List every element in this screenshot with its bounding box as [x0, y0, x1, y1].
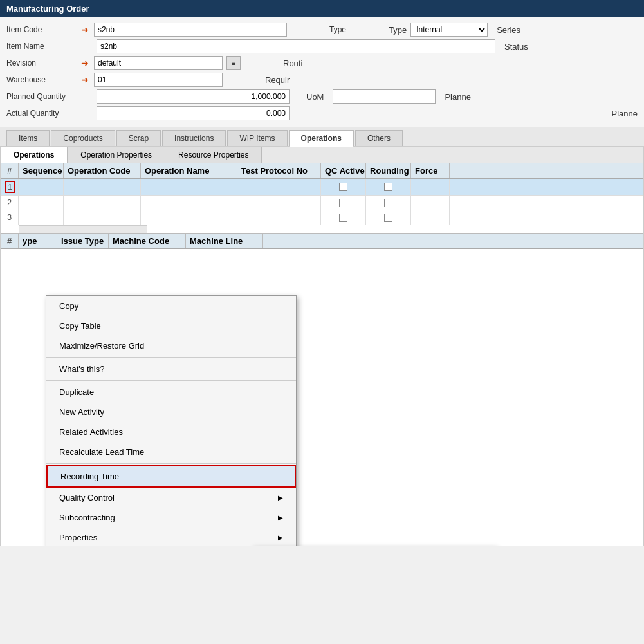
context-menu-recording-time-label: Recording Time	[60, 472, 119, 481]
form-area: Item Code ➜ Type Type Internal Series It…	[0, 17, 644, 127]
context-menu-recalculate-lead-time[interactable]: Recalculate Lead Time	[46, 442, 296, 462]
tab-scrap[interactable]: Scrap	[116, 130, 161, 146]
subcontracting-arrow-icon: ▶	[278, 514, 283, 521]
context-menu-subcontracting-label: Subcontracting	[59, 513, 115, 522]
type-label-text: Type	[389, 25, 407, 35]
actual-qty-input[interactable]	[97, 106, 290, 120]
tabs-bar: Items Coproducts Scrap Instructions WIP …	[0, 127, 644, 147]
main-content: Operations Operation Properties Resource…	[0, 147, 644, 546]
warehouse-label: Warehouse	[6, 75, 77, 84]
row-1-op-name	[141, 179, 237, 195]
horizontal-scrollbar[interactable]	[19, 225, 147, 233]
warehouse-input[interactable]	[94, 73, 223, 87]
routing-label: Routi	[283, 59, 302, 68]
context-menu-related-activities[interactable]: Related Activities	[46, 422, 296, 442]
tab-instructions[interactable]: Instructions	[162, 130, 226, 146]
row-1-op-code	[64, 179, 141, 195]
planned-label3: Planne	[612, 109, 638, 118]
item-name-row: Item Name Status	[6, 39, 638, 53]
context-menu-properties-label: Properties	[59, 533, 97, 542]
context-menu-subcontracting[interactable]: Subcontracting ▶	[46, 508, 296, 528]
row-1-qc-active[interactable]	[321, 179, 366, 195]
row-2-op-code	[64, 196, 141, 210]
tab-operations[interactable]: Operations	[289, 130, 354, 147]
sub-tabs-bar: Operations Operation Properties Resource…	[1, 147, 643, 163]
revision-browse-button[interactable]: ≡	[226, 56, 241, 70]
col-header-num: #	[1, 163, 19, 178]
planned-label2: Planne	[445, 92, 470, 102]
context-menu-copy-table[interactable]: Copy Table	[46, 316, 296, 336]
require-label: Requir	[265, 75, 290, 85]
uom-label: UoM	[306, 92, 324, 102]
sub-tab-operations[interactable]: Operations	[1, 147, 68, 163]
title-bar: Manufacturing Order	[0, 0, 644, 17]
grid-header: # Sequence Operation Code Operation Name…	[1, 163, 643, 179]
tab-others[interactable]: Others	[355, 130, 403, 146]
uom-input[interactable]	[333, 89, 436, 104]
row-3-qc-active[interactable]	[321, 210, 366, 225]
lower-col-num: #	[1, 234, 19, 248]
table-row: 3	[1, 210, 643, 225]
quality-control-arrow-icon: ▶	[278, 494, 283, 501]
row-3-num: 3	[1, 210, 19, 225]
item-code-row: Item Code ➜ Type Type Internal Series	[6, 23, 638, 37]
row-1-rounding[interactable]	[366, 179, 411, 195]
tab-items[interactable]: Items	[6, 130, 50, 146]
revision-input[interactable]	[94, 56, 223, 70]
context-menu-properties[interactable]: Properties ▶	[46, 528, 296, 546]
planned-qty-row: Planned Quantity UoM Planne	[6, 89, 638, 104]
row-1-seq	[19, 179, 64, 195]
context-menu-copy[interactable]: Copy	[46, 296, 296, 316]
context-menu-duplicate-label: Duplicate	[59, 387, 94, 397]
context-menu-copy-label: Copy	[59, 301, 78, 311]
lower-col-issue-type: Issue Type	[57, 234, 109, 248]
row-2-op-name	[141, 196, 237, 210]
item-name-input[interactable]	[97, 39, 495, 53]
context-menu-whats-this[interactable]: What's this?	[46, 359, 296, 379]
context-menu-separator-3	[46, 463, 296, 464]
row-2-qc-active[interactable]	[321, 196, 366, 210]
row-2-seq	[19, 196, 64, 210]
item-name-label: Item Name	[6, 42, 77, 51]
row-3-op-name	[141, 210, 237, 225]
title-text: Manufacturing Order	[6, 4, 89, 14]
context-menu-recording-time[interactable]: Recording Time	[46, 465, 296, 488]
row-3-rounding[interactable]	[366, 210, 411, 225]
tab-wip-items[interactable]: WIP Items	[227, 130, 287, 146]
row-1-num: 1	[1, 179, 19, 195]
item-code-label: Item Code	[6, 25, 77, 34]
context-menu-copy-table-label: Copy Table	[59, 321, 101, 331]
lower-col-type: ype	[19, 234, 57, 248]
type-select[interactable]: Internal	[410, 23, 488, 37]
row-3-test-proto	[237, 210, 321, 225]
revision-row: Revision ➜ ≡ Routi	[6, 56, 638, 70]
lower-col-machine-line: Machine Line	[186, 234, 263, 248]
sub-tab-operation-properties[interactable]: Operation Properties	[68, 147, 165, 163]
row-num-box: 1	[5, 181, 15, 193]
context-menu-new-activity[interactable]: New Activity	[46, 402, 296, 422]
row-2-rounding[interactable]	[366, 196, 411, 210]
actual-qty-label: Actual Quantity	[6, 109, 77, 118]
series-label: Series	[497, 25, 520, 35]
sub-tab-resource-properties[interactable]: Resource Properties	[165, 147, 262, 163]
context-menu-quality-control[interactable]: Quality Control ▶	[46, 488, 296, 508]
context-menu-separator-1	[46, 357, 296, 358]
row-1-rounding-checkbox	[384, 183, 392, 191]
row-2-rounding-checkbox	[384, 199, 392, 207]
table-row: 1	[1, 179, 643, 196]
context-menu: Copy Copy Table Maximize/Restore Grid Wh…	[46, 295, 297, 546]
col-header-force: Force	[411, 163, 450, 178]
planned-qty-input[interactable]	[97, 89, 290, 104]
col-header-op-code: Operation Code	[64, 163, 141, 178]
col-header-rounding: Rounding	[366, 163, 411, 178]
row-2-force	[411, 196, 450, 210]
planned-qty-label: Planned Quantity	[6, 92, 77, 101]
tab-coproducts[interactable]: Coproducts	[51, 130, 115, 146]
revision-label: Revision	[6, 59, 77, 68]
context-menu-maximize-grid[interactable]: Maximize/Restore Grid	[46, 336, 296, 356]
context-menu-new-activity-label: New Activity	[59, 407, 104, 417]
context-menu-related-activities-label: Related Activities	[59, 427, 123, 437]
context-menu-duplicate[interactable]: Duplicate	[46, 382, 296, 402]
col-header-qc-active: QC Active	[321, 163, 366, 178]
item-code-input[interactable]	[94, 23, 287, 37]
